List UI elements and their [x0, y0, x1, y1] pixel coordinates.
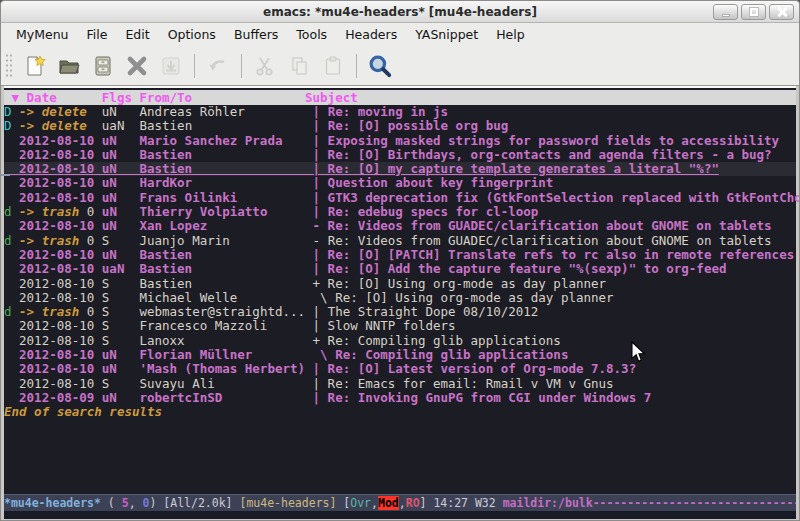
- end-of-results-marker: End of search results: [4, 405, 796, 419]
- copy-button[interactable]: [283, 50, 315, 82]
- cut-scissors-icon: [253, 54, 277, 78]
- paste-button[interactable]: [317, 50, 349, 82]
- message-row[interactable]: 2012-08-10 S Michael Welle \ Re: [O] Usi…: [4, 291, 796, 305]
- toolbar-grip[interactable]: [5, 53, 14, 79]
- toolbar-separator: [241, 54, 242, 78]
- title-bar: emacs: *mu4e-headers* [mu4e-headers]: [1, 1, 799, 23]
- maximize-button[interactable]: [741, 4, 766, 20]
- menu-yasnippet[interactable]: YASnippet: [406, 25, 487, 44]
- close-buffer-button[interactable]: [121, 50, 153, 82]
- menu-tools[interactable]: Tools: [287, 25, 336, 44]
- message-row[interactable]: 2012-08-10 uN Frans Oilinki | GTK3 depre…: [4, 191, 796, 205]
- message-row[interactable]: 2012-08-10 uN Mario Sanchez Prada | Expo…: [4, 134, 796, 148]
- new-file-button[interactable]: [19, 50, 51, 82]
- message-row[interactable]: 2012-08-10 uN Florian Müllner \ Re: Comp…: [4, 348, 796, 362]
- menu-help[interactable]: Help: [487, 25, 534, 44]
- close-icon: [777, 7, 787, 17]
- menu-mymenu[interactable]: MyMenu: [7, 25, 78, 44]
- paste-clipboard-icon: [321, 54, 345, 78]
- save-drawer-icon: [91, 54, 115, 78]
- maximize-icon: [750, 8, 758, 16]
- close-x-icon: [125, 54, 149, 78]
- minimize-button[interactable]: [713, 4, 738, 20]
- message-row[interactable]: 2012-08-10 uaN Bastien | Re: [O] Add the…: [4, 262, 796, 276]
- message-row[interactable]: 2012-08-10 S Suvayu Ali | Re: Emacs for …: [4, 377, 796, 391]
- cut-button[interactable]: [249, 50, 281, 82]
- new-file-icon: [23, 54, 47, 78]
- menu-options[interactable]: Options: [159, 25, 225, 44]
- message-list: D -> delete uN Andreas Röhler | Re: movi…: [4, 105, 796, 405]
- message-row[interactable]: 2012-08-10 S Bastien + Re: [O] Using org…: [4, 277, 796, 291]
- message-row[interactable]: d -> trash 0 uN Thierry Volpiatto | Re: …: [4, 205, 796, 219]
- message-row[interactable]: 2012-08-10 uN Xan Lopez - Re: Videos fro…: [4, 219, 796, 233]
- echo-area: [4, 511, 796, 519]
- close-button[interactable]: [769, 4, 794, 20]
- window-title: emacs: *mu4e-headers* [mu4e-headers]: [1, 5, 799, 19]
- message-row[interactable]: d -> trash 0 S webmaster@straightd... | …: [4, 305, 796, 319]
- menu-edit[interactable]: Edit: [116, 25, 158, 44]
- window-controls: [713, 4, 794, 20]
- empty-buffer-space: [4, 420, 796, 494]
- mode-line: *mu4e-headers* ( 5, 0) [All/2.0k] [mu4e-…: [4, 494, 796, 511]
- open-folder-button[interactable]: [53, 50, 85, 82]
- toolbar-separator: [356, 54, 357, 78]
- search-magnifier-icon: [367, 53, 393, 79]
- message-row[interactable]: 2012-08-10 S Lanoxx + Re: Compiling glib…: [4, 334, 796, 348]
- menu-file[interactable]: File: [78, 25, 117, 44]
- minimize-icon: [722, 14, 730, 17]
- message-row[interactable]: 2012-08-10 uN Bastien | Re: [O] Birthday…: [4, 148, 796, 162]
- menu-bar: MyMenu File Edit Options Buffers Tools H…: [1, 23, 799, 46]
- message-row[interactable]: d -> trash 0 S Juanjo Marin - Re: Videos…: [4, 234, 796, 248]
- emacs-window: emacs: *mu4e-headers* [mu4e-headers] MyM…: [0, 0, 800, 521]
- tool-bar: [1, 46, 799, 86]
- message-row[interactable]: 2012-08-10 S Francesco Mazzoli | Slow NN…: [4, 319, 796, 333]
- undo-icon: [206, 54, 230, 78]
- menu-headers[interactable]: Headers: [336, 25, 406, 44]
- message-row-current[interactable]: 2012-08-10 uN Bastien | Re: [O] my captu…: [4, 162, 796, 176]
- toolbar-separator: [194, 54, 195, 78]
- copy-icon: [287, 54, 311, 78]
- message-row[interactable]: 2012-08-09 uN robertcInSD | Re: Invoking…: [4, 391, 796, 405]
- menu-buffers[interactable]: Buffers: [225, 25, 287, 44]
- mu4e-headers-buffer: ▼ Date Flgs From/To Subject D -> delete …: [1, 86, 799, 519]
- save-drawer-button[interactable]: [87, 50, 119, 82]
- message-row[interactable]: 2012-08-10 uN 'Mash (Thomas Herbert) | R…: [4, 362, 796, 376]
- headers-column-row: ▼ Date Flgs From/To Subject: [4, 90, 796, 105]
- open-folder-icon: [57, 54, 81, 78]
- save-as-icon: [159, 54, 183, 78]
- message-row[interactable]: 2012-08-10 uN HardKor | Question about k…: [4, 176, 796, 190]
- undo-button[interactable]: [202, 50, 234, 82]
- message-row[interactable]: 2012-08-10 uN Bastien | Re: [O] [PATCH] …: [4, 248, 796, 262]
- message-row[interactable]: D -> delete uN Andreas Röhler | Re: movi…: [4, 105, 796, 119]
- search-button[interactable]: [364, 50, 396, 82]
- message-row[interactable]: D -> delete uaN Bastien | Re: [O] possib…: [4, 119, 796, 133]
- save-as-button[interactable]: [155, 50, 187, 82]
